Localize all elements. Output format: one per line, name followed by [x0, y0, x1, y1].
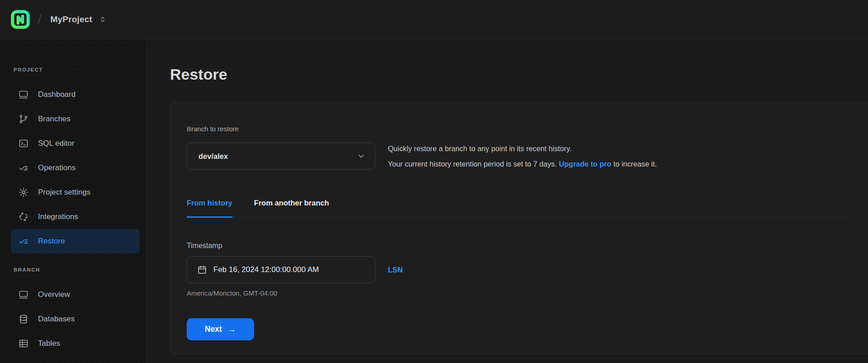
- sidebar-item-integrations[interactable]: Integrations: [11, 205, 140, 229]
- sidebar-item-tables[interactable]: Tables: [11, 331, 140, 356]
- restore-description: Quickly restore a branch to any point in…: [388, 141, 657, 172]
- sidebar-item-label: Dashboard: [38, 90, 75, 99]
- upgrade-to-pro-link[interactable]: Upgrade to pro: [559, 160, 611, 168]
- dashboard-icon: [18, 89, 29, 100]
- project-name: MyProject: [51, 14, 93, 24]
- sidebar-section-branch: BRANCH: [14, 265, 146, 274]
- branch-select-label: Branch to restore: [187, 124, 851, 134]
- window-icon: [18, 289, 29, 300]
- tab-from-another-branch[interactable]: From another branch: [254, 198, 329, 218]
- chevron-down-icon: [357, 152, 366, 161]
- sidebar-item-operations[interactable]: Operations: [11, 156, 140, 180]
- sidebar-item-overview[interactable]: Overview: [11, 282, 140, 307]
- sidebar-item-branches[interactable]: Branches: [11, 107, 140, 131]
- sidebar-item-label: Restore: [38, 237, 65, 246]
- topbar: / MyProject: [0, 0, 868, 39]
- branch-select[interactable]: dev/alex: [187, 143, 375, 170]
- restore-tabs: From history From another branch: [187, 192, 851, 218]
- restore-checklist-icon: [18, 236, 29, 247]
- sidebar-section-project: PROJECT: [14, 65, 146, 74]
- description-line2-prefix: Your current history retention period is…: [388, 160, 559, 168]
- breadcrumb-separator: /: [38, 13, 42, 27]
- sidebar-item-label: SQL editor: [38, 139, 75, 148]
- arrow-right-icon: →: [227, 325, 236, 334]
- calendar-icon: [197, 265, 207, 275]
- sidebar-item-label: Overview: [38, 290, 70, 299]
- restore-panel: Branch to restore dev/alex Quickly resto…: [170, 102, 868, 354]
- sidebar-item-label: Operations: [38, 163, 75, 172]
- sidebar-item-label: Branches: [38, 115, 71, 124]
- sidebar-item-label: Tables: [38, 339, 60, 348]
- sidebar-item-label: Databases: [38, 315, 75, 324]
- next-button-label: Next: [205, 325, 222, 334]
- sidebar-item-label: Integrations: [38, 212, 78, 221]
- timestamp-label: Timestamp: [187, 241, 851, 251]
- sidebar-item-sql-editor[interactable]: SQL editor: [11, 131, 140, 156]
- project-selector[interactable]: MyProject: [51, 14, 107, 24]
- sidebar-item-dashboard[interactable]: Dashboard: [11, 82, 140, 107]
- sidebar-item-restore[interactable]: Restore: [11, 229, 140, 253]
- tab-from-history[interactable]: From history: [187, 198, 232, 218]
- integrations-icon: [18, 211, 29, 222]
- description-line1: Quickly restore a branch to any point in…: [388, 144, 571, 153]
- timestamp-input[interactable]: Feb 16, 2024 12:00:00.000 AM: [187, 256, 375, 283]
- terminal-icon: [18, 138, 29, 149]
- next-button[interactable]: Next →: [187, 318, 254, 340]
- sidebar-item-project-settings[interactable]: Project settings: [11, 180, 140, 205]
- checklist-icon: [18, 162, 29, 173]
- git-branch-icon: [18, 114, 29, 124]
- lsn-link[interactable]: LSN: [388, 266, 403, 274]
- database-icon: [18, 314, 29, 325]
- sidebar-item-label: Project settings: [38, 188, 90, 197]
- page-title: Restore: [170, 64, 868, 84]
- table-icon: [18, 338, 29, 349]
- description-line2-suffix: to increase it.: [611, 160, 657, 168]
- main-content: Restore Branch to restore dev/alex Quick…: [147, 40, 868, 363]
- timezone-text: America/Moncton, GMT-04:00: [187, 289, 851, 298]
- gear-icon: [18, 187, 29, 198]
- timestamp-value: Feb 16, 2024 12:00:00.000 AM: [213, 265, 319, 274]
- sidebar: PROJECT Dashboard Branches SQL editor Op…: [0, 40, 146, 363]
- branch-select-value: dev/alex: [198, 152, 228, 161]
- chevrons-up-down-icon: [99, 15, 107, 24]
- neon-logo-icon[interactable]: [10, 9, 31, 30]
- sidebar-item-databases[interactable]: Databases: [11, 307, 140, 331]
- sidebar-item-partial[interactable]: [11, 356, 140, 363]
